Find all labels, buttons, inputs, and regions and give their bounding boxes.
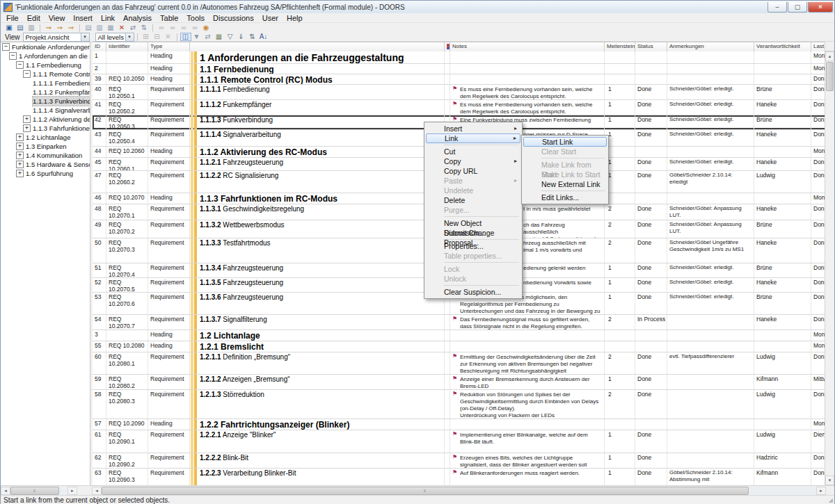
table-row[interactable]: 3Heading1.2 LichtanlageMonta <box>93 330 826 341</box>
cell-object-text[interactable]: 1.1.3.5 Fahrzeugsteuerung <box>190 278 445 292</box>
tree-item-1-1-1-remote-control-r[interactable]: −1.1.1 Remote Control (R <box>1 70 90 79</box>
menu-item-paste[interactable]: Paste▸ <box>426 176 520 186</box>
menu-link[interactable]: Link <box>97 13 119 23</box>
cell-object-text[interactable]: 1.1.3.7 Signalfilterung <box>190 315 445 330</box>
clipboard-icon[interactable]: ▥ <box>26 24 37 32</box>
view-selector[interactable]: Projekt Ansicht ▼ <box>23 33 90 42</box>
table-row[interactable]: 58REQ 10.2080.3Requirement1.2.1.3 Större… <box>93 390 826 419</box>
cell-object-text[interactable]: 1.1.3.2 Wettbewerbsmodus <box>190 220 445 238</box>
menu-insert[interactable]: Insert <box>69 13 97 23</box>
scroll-left-button[interactable]: ◄ <box>1 487 10 495</box>
cell-object-text[interactable]: 1.1 Fernbedienung <box>190 64 445 74</box>
show-pictures-icon[interactable]: ▦ <box>214 33 225 41</box>
tree-item-1-1-1-3-funkverbind[interactable]: 1.1.1.3 Funkverbind <box>1 97 90 106</box>
remove-column-icon[interactable]: ⊟ <box>152 33 163 41</box>
cell-object-text[interactable]: 1.1.1.1 Fernbedienung <box>190 85 445 99</box>
tree-scroll-thumb[interactable]: ≡ <box>10 487 59 495</box>
menu-item-submit-change-proposal[interactable]: Submit Change Proposal... <box>426 228 520 238</box>
menu-item-new-object-discussion[interactable]: New Object Discussion... <box>426 218 520 228</box>
menu-item-unlock[interactable]: Unlock <box>426 274 520 284</box>
menu-item-link[interactable]: Link▸ <box>426 133 520 143</box>
table-row[interactable]: 39REQ 10.2050Heading1.1.1 Remote Control… <box>93 74 826 85</box>
tree-item-1-1-1-2-funkempf-n[interactable]: 1.1.1.2 Funkempfän <box>1 88 90 97</box>
cell-object-text[interactable]: 1.2.1 Bremslicht <box>190 341 445 352</box>
column-header-status[interactable]: Status <box>635 42 667 51</box>
cell-object-text[interactable]: 1.1.2 Aktivierung des RC-Modus <box>190 147 445 157</box>
new-object-icon[interactable]: ▤ <box>83 24 94 32</box>
scroll-right-button[interactable]: ► <box>816 487 826 495</box>
cell-object-text[interactable]: 1.1.1 Remote Control (RC) Modus <box>190 74 445 84</box>
cell-object-text[interactable]: 1.1.3.4 Fahrzeugsteuerung <box>190 263 445 277</box>
menu-item-cut[interactable]: Cut <box>426 147 520 156</box>
menu-item-properties[interactable]: Properties... <box>426 241 520 251</box>
menu-user[interactable]: User <box>258 13 283 23</box>
column-header-id[interactable]: ID <box>93 42 106 51</box>
table-row[interactable]: 57REQ 10.2090Heading1.2.2 Fahrtrichtungs… <box>93 419 826 430</box>
collapse-icon[interactable]: − <box>2 43 10 51</box>
read-only-icon[interactable]: ⇒ <box>65 24 77 32</box>
cell-object-text[interactable]: 1.2 Lichtanlage <box>190 330 445 341</box>
cell-object-text[interactable]: 1.2.2.2 Blink-Bit <box>190 453 445 468</box>
cell-object-text[interactable]: 1.1.1.2 Funkempfänger <box>190 100 445 115</box>
menu-table[interactable]: Table <box>156 13 182 23</box>
tree-horizontal-scrollbar[interactable]: ◄ ≡ ► <box>1 487 77 495</box>
column-header-main[interactable] <box>190 42 445 51</box>
vertical-scrollbar[interactable]: ▲ ▼ <box>825 42 834 485</box>
column-header-type[interactable]: Type <box>148 42 190 51</box>
menu-item-copy[interactable]: Copy▸ <box>426 156 520 166</box>
menu-item-delete[interactable]: Delete <box>426 195 520 205</box>
sort-icon[interactable]: ⇅ <box>247 33 258 41</box>
menu-item-table-properties[interactable]: Table properties... <box>426 251 520 261</box>
menu-discussions[interactable]: Discussions <box>209 13 258 23</box>
cell-object-text[interactable]: 1.2.2 Fahrtrichtungsanzeiger (Blinker) <box>190 419 445 430</box>
menu-item-clear-suspicion[interactable]: Clear Suspicion... <box>426 287 520 297</box>
menu-item-make-link-to-start[interactable]: Make Link to Start <box>523 170 607 179</box>
link-start-icon[interactable]: ∞ <box>156 24 167 32</box>
menu-help[interactable]: Help <box>283 13 307 23</box>
column-header-notes[interactable]: Notes <box>450 42 605 51</box>
cell-object-text[interactable]: 1 Anforderungen an die Fahrzeuggestaltun… <box>190 51 445 63</box>
table-row[interactable]: 1Heading1 Anforderungen an die Fahrzeugg… <box>93 51 826 64</box>
link-clear-icon[interactable]: ∞ <box>167 24 178 32</box>
menu-item-edit-links[interactable]: Edit Links... <box>523 193 607 202</box>
expand-icon[interactable]: + <box>16 143 24 150</box>
column-header-last[interactable]: Last Mo <box>811 42 826 51</box>
menu-analysis[interactable]: Analysis <box>119 13 156 23</box>
menu-tools[interactable]: Tools <box>182 13 209 23</box>
print-icon[interactable]: ▤ <box>15 24 26 32</box>
scroll-down-button[interactable]: ▼ <box>825 475 834 485</box>
two-pane-view-icon[interactable]: ◫ <box>180 33 191 41</box>
exclusive-edit-icon[interactable]: ⇒ <box>43 24 54 32</box>
vertical-scroll-thumb[interactable] <box>826 62 834 91</box>
scroll-up-button[interactable]: ▲ <box>825 51 834 61</box>
tree-item-funktionale-anforderungen-an-das-f[interactable]: −Funktionale Anforderungen an das F <box>1 42 90 51</box>
cell-object-text[interactable]: 1.1.2.1 Fahrzeugsteuerung <box>190 158 445 170</box>
promote-object-icon[interactable]: ⇄ <box>127 24 138 32</box>
insert-object-icon[interactable]: ▥ <box>94 24 105 32</box>
collapse-icon[interactable]: − <box>9 52 17 60</box>
cell-object-text[interactable]: 1.1.3.3 Testfahrtmodus <box>190 238 445 263</box>
chevron-down-icon[interactable]: ▼ <box>125 33 134 41</box>
tree-item-1-3-einparken[interactable]: +1.3 Einparken <box>1 142 90 151</box>
close-button[interactable]: ✕ <box>808 2 833 13</box>
levels-selector[interactable]: All levels ▼ <box>95 33 134 42</box>
cell-object-text[interactable]: 1.2.1.3 Störreduktion <box>190 390 445 418</box>
cut-column-icon[interactable]: ✕ <box>163 33 174 41</box>
collapse-icon[interactable]: − <box>16 61 24 69</box>
make-link-icon[interactable]: ∞ <box>178 24 189 32</box>
minimize-button[interactable]: – <box>768 2 787 13</box>
menu-item-new-external-link[interactable]: New External Link <box>523 179 607 189</box>
demote-object-icon[interactable]: ⇅ <box>138 24 150 32</box>
menu-item-purge[interactable]: Purge... <box>426 205 520 215</box>
filter-icon[interactable]: ▽ <box>225 33 236 41</box>
sort-az-icon[interactable]: A↓ <box>258 33 269 41</box>
expand-icon[interactable]: + <box>16 170 24 177</box>
resize-grip-icon[interactable]: ◢ <box>829 497 833 503</box>
cell-object-text[interactable]: 1.2.2.3 Verarbeitung Blinker-Bit <box>190 469 445 486</box>
cell-object-text[interactable]: 1.1.3.6 Fahrzeugsteuerung <box>190 293 445 314</box>
menu-item-copy-url[interactable]: Copy URL <box>426 166 520 176</box>
table-row[interactable]: 2Heading1.1 FernbedienungMonta <box>93 64 826 74</box>
show-links-icon[interactable]: ⇄ <box>202 33 214 41</box>
table-row[interactable]: 63REQ 10.2090.3Requirement1.2.2.3 Verarb… <box>93 469 826 486</box>
table-row[interactable]: 62REQ 10.2090.2Requirement1.2.2.2 Blink-… <box>93 453 826 469</box>
